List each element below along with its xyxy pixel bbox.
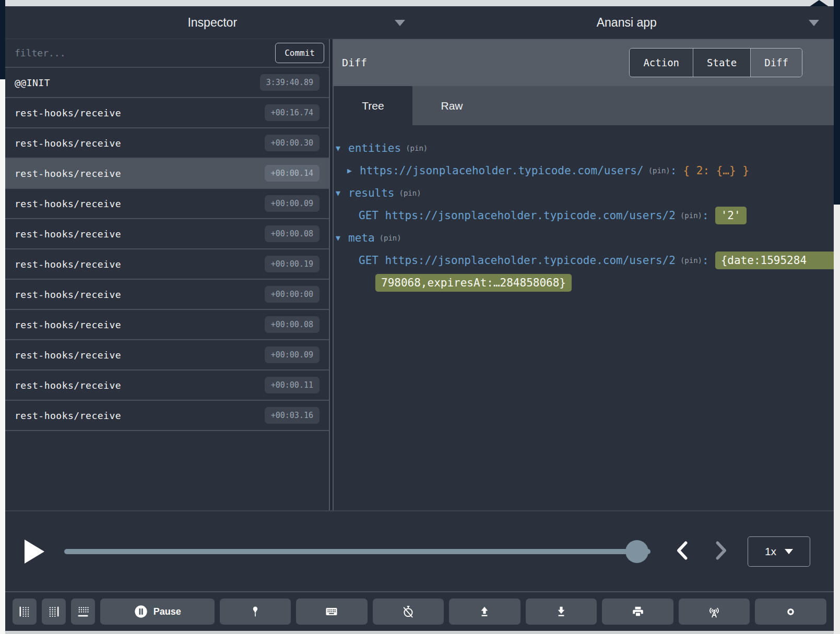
- collapse-arrow-icon[interactable]: ▼: [336, 143, 348, 153]
- pin-button[interactable]: [220, 599, 291, 625]
- action-row[interactable]: rest-hooks/receive +00:00.09: [5, 340, 329, 370]
- action-row[interactable]: rest-hooks/receive +00:00.11: [5, 370, 329, 401]
- settings-gear-button[interactable]: [755, 599, 826, 625]
- tree-row: ▼results(pin): [334, 182, 834, 204]
- action-row[interactable]: rest-hooks/receive +00:16.74: [5, 98, 329, 128]
- action-row[interactable]: rest-hooks/receive +00:00.30: [5, 128, 329, 159]
- page-behind-bottom-strip: [5, 631, 834, 634]
- redux-devtools-panel: Inspector Anansi app Commit @@INIT 3:39:…: [5, 6, 834, 631]
- dock-bottom-button[interactable]: [71, 599, 95, 625]
- dock-right-button[interactable]: [42, 599, 66, 625]
- print-button[interactable]: [602, 599, 673, 625]
- filter-input[interactable]: [5, 47, 275, 58]
- pause-button-label: Pause: [153, 606, 181, 617]
- dock-right-icon: [47, 605, 61, 618]
- pin-link[interactable]: (pin): [380, 234, 401, 242]
- pin-link[interactable]: (pin): [406, 144, 428, 152]
- chevron-right-icon: [708, 539, 731, 562]
- action-row[interactable]: rest-hooks/receive +00:00.08: [5, 219, 329, 249]
- tree-key[interactable]: https://jsonplaceholder.typicode.com/use…: [360, 164, 644, 177]
- action-row[interactable]: rest-hooks/receive +00:00:00: [5, 280, 329, 310]
- stopwatch-off-button[interactable]: [373, 599, 444, 625]
- action-type-label: @@INIT: [15, 77, 50, 88]
- playback-speed-select[interactable]: 1x: [748, 536, 810, 567]
- screen: Inspector Anansi app Commit @@INIT 3:39:…: [0, 0, 840, 634]
- collapse-arrow-icon[interactable]: ▼: [336, 188, 348, 198]
- inspector-mode-tabs: Action State Diff: [629, 48, 802, 77]
- tree-key[interactable]: GET https://jsonplaceholder.typicode.com…: [359, 254, 676, 267]
- timeline-slider[interactable]: [64, 540, 650, 563]
- upload-button[interactable]: [449, 599, 520, 625]
- action-type-label: rest-hooks/receive: [15, 380, 121, 391]
- pin-link[interactable]: (pin): [680, 256, 702, 265]
- main-body: Commit @@INIT 3:39:40.89 rest-hooks/rece…: [5, 39, 834, 510]
- tab-action[interactable]: Action: [630, 49, 693, 77]
- play-button[interactable]: [18, 536, 50, 567]
- tree-value: 798068,expiresAt:…284858068}: [375, 274, 572, 292]
- timeline-track: [64, 549, 650, 554]
- broadcast-button[interactable]: [679, 599, 750, 625]
- pause-button[interactable]: Pause: [100, 599, 215, 625]
- tab-state[interactable]: State: [693, 49, 751, 77]
- action-type-label: rest-hooks/receive: [15, 229, 121, 240]
- action-row[interactable]: @@INIT 3:39:40.89: [5, 68, 329, 98]
- action-timestamp-badge: +00:00.14: [265, 165, 320, 182]
- tab-raw[interactable]: Raw: [412, 86, 491, 125]
- dock-left-button[interactable]: [13, 599, 37, 625]
- tree-key[interactable]: meta: [348, 232, 375, 244]
- play-icon: [25, 540, 44, 564]
- action-type-label: rest-hooks/receive: [15, 259, 121, 270]
- action-row[interactable]: rest-hooks/receive +00:00.14: [5, 159, 329, 189]
- tree-row: 798068,expiresAt:…284858068}: [334, 271, 834, 294]
- expand-arrow-icon[interactable]: ▶: [347, 166, 360, 175]
- page-behind-right-navy: [834, 0, 840, 205]
- tab-tree[interactable]: Tree: [334, 86, 412, 125]
- action-row[interactable]: rest-hooks/receive +00:00.19: [5, 249, 329, 280]
- tree-row: ▼meta(pin): [334, 226, 834, 249]
- action-list: @@INIT 3:39:40.89 rest-hooks/receive +00…: [5, 68, 329, 510]
- page-behind-right-white: [834, 205, 840, 634]
- tree-row: ▼entities(pin): [334, 137, 834, 159]
- commit-button[interactable]: Commit: [275, 43, 324, 63]
- broadcast-icon: [706, 604, 722, 619]
- tree-value: '2': [715, 207, 747, 224]
- tree-key[interactable]: GET https://jsonplaceholder.typicode.com…: [359, 209, 676, 222]
- action-timestamp-badge: +00:00.08: [265, 225, 320, 242]
- dock-bottom-icon: [76, 605, 90, 618]
- key-colon: :: [670, 164, 677, 177]
- action-timestamp-badge: 3:39:40.89: [260, 74, 320, 91]
- action-timestamp-badge: +00:00:00: [265, 286, 320, 303]
- filter-bar: Commit: [5, 39, 329, 68]
- pin-link[interactable]: (pin): [648, 166, 670, 175]
- download-button[interactable]: [526, 599, 597, 625]
- panel-resize-divider[interactable]: [329, 39, 334, 510]
- pin-icon: [249, 605, 262, 618]
- monitor-selector[interactable]: Inspector: [5, 6, 420, 39]
- action-row[interactable]: rest-hooks/receive +00:03.16: [5, 401, 329, 431]
- tree-key[interactable]: entities: [348, 142, 401, 154]
- action-type-label: rest-hooks/receive: [15, 107, 121, 118]
- view-tabs: Tree Raw: [334, 86, 834, 125]
- keyboard-button[interactable]: [296, 599, 368, 625]
- action-timestamp-badge: +00:00.19: [265, 256, 320, 272]
- tree-row: ▶https://jsonplaceholder.typicode.com/us…: [334, 159, 834, 182]
- action-type-label: rest-hooks/receive: [15, 319, 121, 330]
- action-type-label: rest-hooks/receive: [15, 289, 121, 300]
- instance-selector[interactable]: Anansi app: [420, 6, 834, 39]
- tab-diff[interactable]: Diff: [751, 49, 802, 77]
- collapse-arrow-icon[interactable]: ▼: [336, 233, 348, 243]
- key-colon: :: [702, 254, 709, 267]
- action-row[interactable]: rest-hooks/receive +00:00.09: [5, 189, 329, 219]
- step-forward-button[interactable]: [704, 536, 736, 567]
- action-timestamp-badge: +00:00.08: [265, 316, 320, 333]
- action-type-label: rest-hooks/receive: [15, 198, 121, 209]
- chevron-left-icon: [672, 539, 695, 562]
- action-row[interactable]: rest-hooks/receive +00:00.08: [5, 310, 329, 340]
- keyboard-icon: [324, 604, 339, 619]
- step-back-button[interactable]: [668, 536, 699, 567]
- timeline-thumb[interactable]: [625, 540, 648, 563]
- pin-link[interactable]: (pin): [680, 211, 702, 220]
- playback-strip: 1x: [5, 510, 834, 591]
- pin-link[interactable]: (pin): [399, 189, 421, 197]
- tree-key[interactable]: results: [348, 187, 395, 199]
